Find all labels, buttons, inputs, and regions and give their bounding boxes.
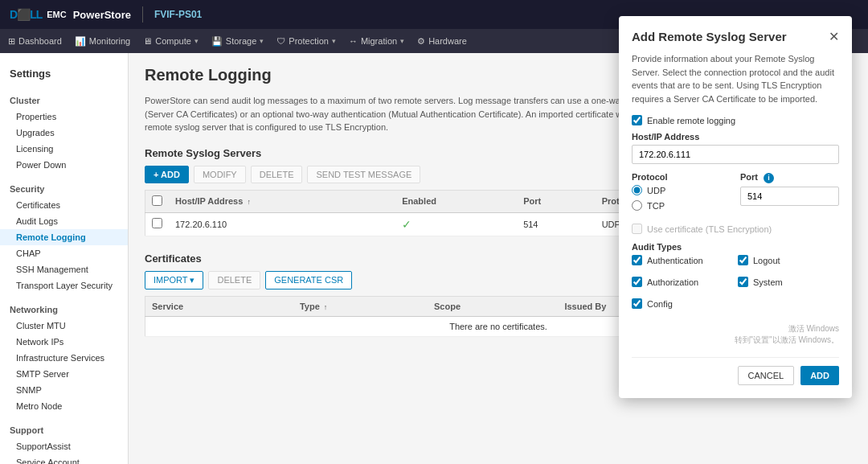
enable-remote-logging-checkbox[interactable] [632,115,642,125]
nav-storage-label: Storage [226,36,257,46]
audit-types-grid: Authentication Logout Authorization Syst… [632,255,839,315]
audit-logout-label: Logout [753,256,780,265]
audit-config-checkbox[interactable] [632,298,642,309]
import-button[interactable]: IMPORT ▾ [145,271,203,289]
cancel-button[interactable]: CANCEL [738,366,795,385]
port-input[interactable] [740,187,839,206]
cert-col-scope: Scope [428,296,558,316]
tcp-radio[interactable] [632,200,642,211]
storage-chevron-icon: ▾ [260,37,264,45]
emc-label: EMC [47,10,66,19]
protection-chevron-icon: ▾ [332,37,336,45]
sidebar-title: Settings [0,63,128,84]
audit-authentication-label: Authentication [647,256,703,265]
migration-chevron-icon: ▾ [400,37,404,45]
tls-checkbox[interactable] [632,224,642,234]
audit-authorization-checkbox[interactable] [632,277,642,287]
enabled-checkmark: ✓ [402,218,411,231]
tls-row: Use certificate (TLS Encryption) [632,224,839,234]
nav-storage[interactable]: 💾 Storage ▾ [211,36,264,47]
nav-hardware[interactable]: ⚙ Hardware [417,36,467,47]
sidebar-section-security-label: Security [0,181,128,197]
sidebar-item-audit-logs[interactable]: Audit Logs [0,213,128,229]
nav-dashboard[interactable]: ⊞ Dashboard [8,36,62,47]
nav-protection[interactable]: 🛡 Protection ▾ [276,36,336,46]
tcp-radio-row: TCP [632,200,731,211]
cluster-name: FVIF-PS01 [154,9,202,20]
migration-icon: ↔ [349,36,358,46]
storage-icon: 💾 [211,36,223,47]
sidebar-item-network-ips[interactable]: Network IPs [0,334,128,350]
port-label-text: Port [740,172,758,182]
sidebar-item-ssh[interactable]: SSH Management [0,261,128,277]
sidebar-item-smtp[interactable]: SMTP Server [0,366,128,382]
dell-logo: D⬛LL [10,8,42,21]
sidebar-item-upgrades[interactable]: Upgrades [0,125,128,141]
row-checkbox[interactable] [152,218,162,228]
col-enabled: Enabled [395,190,517,212]
sidebar-section-cluster: Cluster Properties Upgrades Licensing Po… [0,92,128,173]
nav-protection-label: Protection [289,36,329,46]
modal-close-button[interactable]: ✕ [829,29,839,44]
nav-compute[interactable]: 🖥 Compute ▾ [143,36,199,46]
audit-system-row: System [738,277,839,287]
nav-monitoring[interactable]: 📊 Monitoring [75,36,130,47]
audit-types-group: Audit Types Authentication Logout Author… [632,242,839,315]
delete-button[interactable]: DELETE [251,166,303,183]
sidebar-item-remote-logging[interactable]: Remote Logging [0,229,128,245]
watermark-text: 激活 Windows转到"设置"以激活 Windows。 [632,323,839,346]
compute-icon: 🖥 [143,36,152,46]
add-remote-syslog-modal: Add Remote Syslog Server ✕ Provide infor… [619,16,852,398]
row-checkbox-cell [145,212,170,236]
modal-add-button[interactable]: ADD [800,366,839,385]
protection-icon: 🛡 [276,36,285,46]
sidebar-item-power-down[interactable]: Power Down [0,157,128,173]
cert-delete-button[interactable]: DELETE [208,271,260,289]
udp-label: UDP [647,186,665,195]
modify-button[interactable]: MODIFY [194,166,246,183]
sidebar-item-licensing[interactable]: Licensing [0,141,128,157]
nav-dashboard-label: Dashboard [18,36,62,46]
nav-migration[interactable]: ↔ Migration ▾ [349,36,404,46]
sidebar-item-service-account[interactable]: Service Account [0,454,128,464]
host-ip-input[interactable] [632,145,839,164]
udp-radio-row: UDP [632,185,731,195]
sidebar-item-tls[interactable]: Transport Layer Security [0,277,128,294]
sidebar-item-certificates[interactable]: Certificates [0,197,128,213]
protocol-col: Protocol UDP TCP [632,172,731,216]
add-button[interactable]: + ADD [145,166,189,183]
sidebar-item-chap[interactable]: CHAP [0,245,128,261]
udp-radio[interactable] [632,185,642,195]
sidebar-section-support-label: Support [0,422,128,438]
sidebar-item-properties[interactable]: Properties [0,109,128,125]
sidebar-item-supportassist[interactable]: SupportAssist [0,438,128,454]
modal-title: Add Remote Syslog Server [632,30,787,43]
sidebar-item-cluster-mtu[interactable]: Cluster MTU [0,318,128,334]
sort-arrow-host: ↑ [247,198,251,206]
audit-config-row: Config [632,298,733,309]
col-checkbox [145,190,170,212]
generate-csr-button[interactable]: GENERATE CSR [265,271,352,289]
sort-arrow-type: ↑ [324,303,328,311]
sidebar-item-infra-services[interactable]: Infrastructure Services [0,350,128,366]
tcp-label: TCP [647,201,665,211]
audit-logout-checkbox[interactable] [738,255,748,265]
send-test-button[interactable]: SEND TEST MESSAGE [307,166,420,183]
audit-system-checkbox[interactable] [738,277,748,287]
audit-system-label: System [753,277,783,287]
sidebar-item-snmp[interactable]: SNMP [0,382,128,398]
sidebar-item-metro-node[interactable]: Metro Node [0,398,128,414]
divider [142,6,143,23]
host-ip-label: Host/IP Address [632,132,839,142]
logo: D⬛LL EMC PowerStore [10,8,131,21]
tls-label: Use certificate (TLS Encryption) [647,224,772,234]
cert-col-type: Type ↑ [293,296,428,316]
modal-header: Add Remote Syslog Server ✕ [632,29,839,44]
cert-col-service: Service [145,296,293,316]
port-info-icon[interactable]: i [764,173,774,183]
select-all-checkbox[interactable] [152,195,162,206]
audit-authentication-checkbox[interactable] [632,255,642,265]
enable-remote-logging-label: Enable remote logging [647,116,735,125]
port-label: Port i [740,172,839,183]
host-ip-group: Host/IP Address [632,132,839,164]
